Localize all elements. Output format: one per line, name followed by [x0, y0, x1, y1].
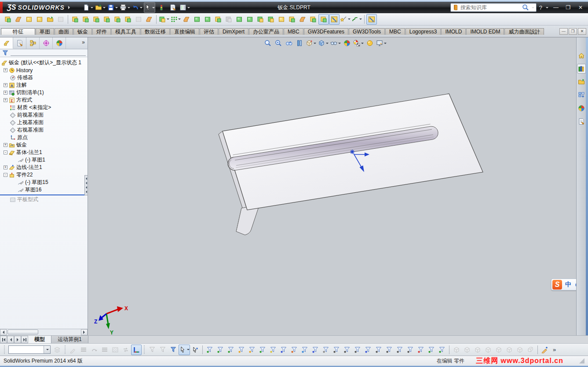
view-top-button[interactable] [493, 345, 504, 355]
toolbar-grip[interactable] [3, 345, 6, 354]
toolbar-grip[interactable] [143, 345, 146, 354]
curl-button[interactable] [245, 14, 255, 25]
taskpane-appearances-scenes-button[interactable] [577, 103, 586, 113]
tree-expander-icon[interactable]: - [4, 173, 7, 177]
filter-datum-features-button[interactable] [405, 345, 416, 355]
dropdown-caret-icon[interactable] [187, 7, 190, 10]
filter-center-marks-button[interactable] [310, 345, 321, 355]
tree-root-item[interactable]: 钣金 (默认<<默认>_显示状态 1 [0, 59, 88, 66]
undo-button[interactable] [131, 2, 143, 13]
edge-flange-button[interactable] [192, 14, 202, 25]
search-input[interactable] [460, 4, 520, 11]
tree-item-13[interactable]: +边线-法兰1 [0, 164, 88, 171]
previous-view-button[interactable] [284, 38, 294, 48]
cm-tab-16[interactable]: IMOLD [441, 28, 466, 35]
view-isometric-button[interactable] [515, 345, 525, 355]
resize-grip[interactable] [579, 358, 584, 363]
close-button[interactable]: ✕ [576, 4, 585, 11]
filter-planes-button[interactable] [268, 345, 278, 355]
rollback-bar[interactable] [0, 195, 88, 195]
fm-overflow-chevron[interactable]: » [82, 37, 88, 49]
grid-snap-button[interactable] [131, 345, 142, 355]
dropdown-caret-icon[interactable] [140, 7, 142, 10]
filter-hole-callouts-button[interactable] [342, 345, 352, 355]
taskpane-home-button[interactable] [577, 51, 586, 60]
show-edge-button[interactable] [110, 345, 121, 355]
miter-flange-button[interactable] [181, 14, 192, 25]
cm-tab-10[interactable]: 办公室产品 [249, 28, 283, 35]
filter-routing-points-button[interactable] [437, 345, 447, 355]
filter-surface-finish-button[interactable] [394, 345, 405, 355]
no-bends-button[interactable] [366, 14, 377, 25]
taskpane-file-explorer-button[interactable] [577, 90, 586, 100]
dropdown-caret-icon[interactable] [384, 43, 387, 45]
filter-sketch-points-button[interactable] [278, 345, 289, 355]
layer-combo-value[interactable] [9, 346, 44, 353]
break-corner-button[interactable] [297, 14, 308, 25]
taskpane-design-library-button[interactable] [577, 77, 586, 87]
lofted-bend-button[interactable] [24, 14, 34, 25]
scroll-left-button[interactable] [0, 329, 7, 335]
insert-bends-button[interactable] [329, 14, 340, 25]
closed-corner-button[interactable] [223, 14, 234, 25]
view-right-button[interactable] [483, 345, 493, 355]
tab-prev-button[interactable] [7, 336, 14, 343]
fm-filter-bar[interactable] [0, 49, 88, 57]
doc-close-button[interactable]: ✕ [578, 28, 586, 35]
clear-all-filters-button[interactable] [157, 345, 168, 355]
filter-solid-bodies-button[interactable] [247, 345, 257, 355]
tree-expander-icon[interactable]: + [4, 143, 7, 147]
dropdown-caret-icon[interactable] [361, 43, 364, 45]
camera-settings-button[interactable] [376, 38, 387, 48]
overflow-chevron[interactable]: » [550, 346, 559, 353]
spline-tool-button[interactable] [351, 14, 362, 25]
cm-tab-0[interactable]: 特征 [1, 28, 35, 35]
filter-vertices-button[interactable] [205, 345, 215, 355]
apply-scene-button[interactable] [353, 38, 364, 48]
tree-item-11[interactable]: -基体-法兰1 [0, 149, 88, 156]
tree-item-6[interactable]: 前视基准面 [0, 111, 88, 119]
tree-item-9[interactable]: 原点 [0, 134, 88, 141]
moon-icon[interactable] [574, 282, 576, 288]
edit-sketch-button[interactable] [540, 345, 550, 355]
cm-tab-7[interactable]: 直接编辑 [170, 28, 199, 35]
doc-minimize-button[interactable]: — [559, 28, 568, 35]
model-tab-1[interactable]: 运动算例1 [51, 336, 88, 343]
dropdown-caret-icon[interactable] [103, 7, 106, 10]
jog-button[interactable] [213, 14, 223, 25]
tree-item-14[interactable]: -零件22 [0, 171, 88, 179]
options-list-button[interactable] [179, 2, 190, 13]
cm-tab-4[interactable]: 焊件 [92, 28, 111, 35]
zoom-to-fit-button[interactable] [263, 38, 273, 48]
dropdown-caret-icon[interactable] [187, 349, 190, 352]
dropdown-caret-icon[interactable] [359, 18, 362, 21]
convert-wand-button[interactable] [340, 14, 351, 25]
rip-button[interactable] [276, 14, 287, 25]
tree-item-8[interactable]: 右视基准面 [0, 126, 88, 134]
vent-button[interactable] [91, 14, 102, 25]
dropdown-caret-icon[interactable] [128, 7, 130, 10]
flatten-button[interactable] [318, 14, 329, 25]
sketched-bend-button[interactable] [13, 14, 24, 25]
save-button[interactable] [107, 2, 118, 13]
display-style-button[interactable] [318, 38, 329, 48]
extruded-cut-button[interactable] [70, 14, 80, 25]
filter-shaded-faces-button[interactable] [416, 345, 426, 355]
sketch-driven-button[interactable] [112, 14, 123, 25]
view-back-button[interactable] [462, 345, 472, 355]
base-flange-button[interactable] [3, 14, 13, 25]
tree-expander-icon[interactable]: + [4, 68, 7, 72]
forming-tool-button[interactable] [102, 14, 112, 25]
cm-tab-6[interactable]: 数据迁移 [141, 28, 170, 35]
simple-hole-button[interactable] [80, 14, 91, 25]
tree-item-12[interactable]: (-) 草图1 [0, 156, 88, 164]
restore-button[interactable]: ❐ [563, 4, 573, 11]
section-view-button[interactable] [295, 38, 304, 48]
filter-connection-points-button[interactable] [426, 345, 437, 355]
tree-item-2[interactable]: +A注解 [0, 81, 88, 89]
round-boss-button[interactable] [234, 14, 245, 25]
open-document-button[interactable] [95, 2, 106, 13]
cm-tab-3[interactable]: 钣金 [73, 28, 92, 35]
rebuild-stoplight-button[interactable] [156, 2, 167, 13]
select-other-button[interactable] [190, 345, 201, 355]
